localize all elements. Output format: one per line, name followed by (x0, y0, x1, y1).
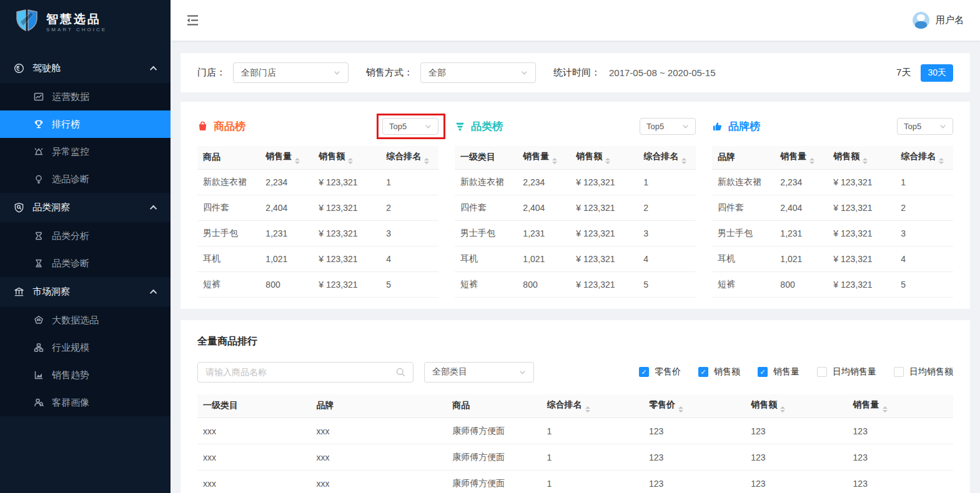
cell: 1,231 (260, 220, 313, 246)
bulb-icon (34, 174, 44, 184)
col-header: 品牌 (311, 394, 447, 418)
sidebar-group-items: 运营数据 排行榜 异常监控 选品诊断 (0, 83, 171, 193)
sidebar-item-bigdata-selection[interactable]: 大数据选品 (0, 306, 171, 334)
sidebar-item-category-diagnosis[interactable]: 品类诊断 (0, 250, 171, 277)
sidebar-item-operation-data[interactable]: 运营数据 (0, 83, 171, 110)
col-header: 销售额 (745, 394, 847, 418)
user-menu[interactable]: 用户名 (913, 12, 964, 29)
category-topn-select[interactable]: Top5 (640, 118, 696, 135)
cell: 1,231 (517, 220, 570, 246)
sort-icon[interactable] (678, 406, 683, 412)
username: 用户名 (936, 14, 964, 26)
sort-icon[interactable] (585, 406, 590, 412)
sort-icon[interactable] (552, 158, 557, 164)
full-rank-controls: 全部类目 ✓零售价 ✓销售额 ✓销售量 ✓日均销售量 ✓日均销售额 (197, 362, 953, 383)
product-search-box[interactable] (197, 362, 413, 383)
cell: 123 (848, 418, 953, 444)
store-select[interactable]: 全部门店 (233, 62, 349, 83)
sidebar-group-market-insight[interactable]: 市场洞察 (0, 277, 171, 306)
sidebar-item-customer-profile[interactable]: 客群画像 (0, 389, 171, 416)
table-row: 四件套2,404¥ 123,3212 (197, 195, 438, 220)
range-7d-button[interactable]: 7天 (896, 67, 911, 79)
cell: 123 (745, 471, 847, 493)
checkbox-daily-avg-volume[interactable]: ✓日均销售量 (817, 366, 876, 378)
cell: 800 (517, 271, 570, 297)
sidebar-item-anomaly-monitor[interactable]: 异常监控 (0, 138, 171, 165)
sidebar-group-items: 大数据选品 行业规模 销售趋势 客群画像 (0, 306, 171, 416)
board-title-text: 商品榜 (214, 119, 245, 134)
full-rank-title: 全量商品排行 (197, 335, 953, 348)
area-chart-icon (34, 370, 44, 380)
cell: 5 (380, 271, 438, 297)
product-search-input[interactable] (205, 367, 391, 377)
table-row: 男士手包1,231¥ 123,3213 (455, 220, 696, 246)
line-chart-icon (34, 92, 44, 102)
product-topn-select[interactable]: Top5 (382, 118, 438, 135)
sidebar-item-ranking[interactable]: 排行榜 (0, 110, 171, 138)
sort-icon[interactable] (348, 158, 353, 164)
cell: 四件套 (455, 195, 517, 220)
sidebar-item-sales-trend[interactable]: 销售趋势 (0, 361, 171, 389)
sort-icon[interactable] (939, 158, 944, 164)
cell: 耳机 (197, 246, 260, 271)
time-range-label: 统计时间： (553, 67, 600, 79)
table-row: 男士手包1,231¥ 123,3213 (712, 220, 953, 246)
cell: 1 (895, 169, 953, 195)
col-header: 销售额 (570, 146, 638, 169)
sidebar-item-label: 品类诊断 (52, 258, 89, 270)
cell: 2,404 (260, 195, 313, 220)
checkbox-icon: ✓ (639, 367, 649, 377)
full-product-rank-card: 全量商品排行 全部类目 ✓零售价 ✓销售额 ✓销售量 ✓日均销售量 ✓日均销售额 (181, 320, 970, 493)
cell: ¥ 123,321 (828, 195, 895, 220)
sort-icon[interactable] (295, 158, 300, 164)
checkbox-label: 销售额 (714, 366, 740, 378)
col-header: 商品 (197, 146, 260, 169)
cell: 新款连衣裙 (197, 169, 260, 195)
category-rank-board: 品类榜 Top5 一级类目 销售量 销售额 综合排名 (455, 115, 696, 298)
sort-icon[interactable] (605, 158, 610, 164)
cell: 4 (380, 246, 438, 271)
badge-search-icon (14, 202, 24, 213)
sort-icon[interactable] (681, 158, 686, 164)
checkbox-sales-amount[interactable]: ✓销售额 (698, 366, 740, 378)
sidebar-item-selection-diagnosis[interactable]: 选品诊断 (0, 165, 171, 193)
sort-icon[interactable] (863, 158, 868, 164)
funnel-icon (455, 121, 465, 132)
cell: xxx (197, 418, 311, 444)
cell: 1 (542, 471, 643, 493)
cell: ¥ 123,321 (570, 271, 638, 297)
user-avatar (913, 12, 929, 29)
cell: 3 (638, 220, 696, 246)
sort-icon[interactable] (883, 406, 888, 412)
search-icon[interactable] (396, 368, 405, 377)
cell: 4 (895, 246, 953, 271)
cell: xxx (197, 444, 311, 471)
sidebar-item-industry-scale[interactable]: 行业规模 (0, 334, 171, 361)
chevron-down-icon (521, 69, 528, 76)
time-range-value: 2017-05-08 ~ 2020-05-15 (609, 67, 716, 78)
col-header: 销售额 (313, 146, 380, 169)
sort-icon[interactable] (424, 158, 429, 164)
range-30d-button[interactable]: 30天 (921, 64, 953, 82)
board-title-text: 品类榜 (471, 119, 503, 134)
brand-logo[interactable]: 智慧选品 SMART CHOICE (0, 0, 171, 45)
sidebar-group-category-insight[interactable]: 品类洞察 (0, 193, 171, 222)
cell: 新款连衣裙 (712, 169, 775, 195)
checkbox-daily-avg-amount[interactable]: ✓日均销售额 (894, 366, 953, 378)
chevron-up-icon (150, 205, 157, 212)
cell: 康师傅方便面 (447, 444, 541, 471)
cell: 800 (775, 271, 828, 297)
sort-icon[interactable] (809, 158, 814, 164)
cell: 耳机 (455, 246, 517, 271)
sort-icon[interactable] (780, 406, 785, 412)
checkbox-retail-price[interactable]: ✓零售价 (639, 366, 681, 378)
category-filter-select[interactable]: 全部类目 (424, 362, 534, 383)
sidebar-group-cockpit[interactable]: 驾驶舱 (0, 54, 171, 83)
brand-topn-select[interactable]: Top5 (897, 118, 953, 135)
sidebar-item-category-analysis[interactable]: 品类分析 (0, 222, 171, 250)
menu-fold-button[interactable] (187, 15, 199, 26)
sidebar-item-label: 大数据选品 (52, 315, 99, 326)
checkbox-sales-volume[interactable]: ✓销售量 (758, 366, 799, 378)
sale-mode-select[interactable]: 全部 (420, 62, 536, 83)
brand-subtitle: SMART CHOICE (46, 27, 107, 32)
